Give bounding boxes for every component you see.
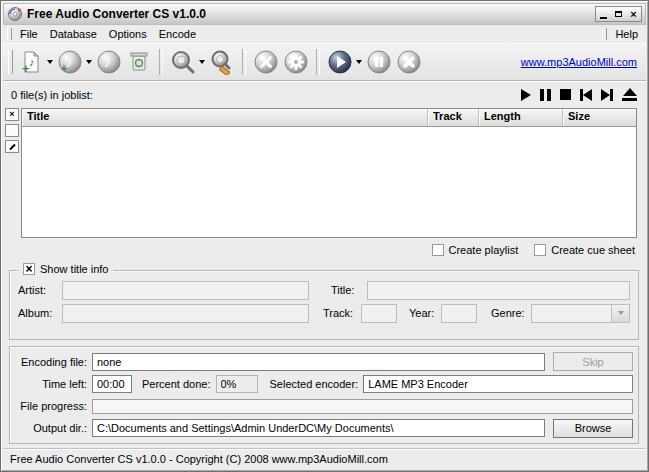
title-info-group: Show title info Artist: Title: Album: Tr… xyxy=(9,270,639,340)
file-progress-row: File progress: xyxy=(15,397,633,416)
track-label: Track: xyxy=(323,307,361,319)
previous-button[interactable] xyxy=(580,88,592,102)
close-button[interactable]: × xyxy=(626,7,641,21)
window-title: Free Audio Converter CS v1.0.0 xyxy=(27,7,206,21)
encoding-section: Encoding file: Skip Time left: Percent d… xyxy=(9,346,639,444)
pause-encoding-button[interactable] xyxy=(365,48,393,76)
uncheck-all-button[interactable] xyxy=(5,124,19,137)
cd-lookup-dropdown-icon[interactable] xyxy=(199,60,205,64)
cancel-icon xyxy=(396,49,422,75)
column-header-track[interactable]: Track xyxy=(428,109,479,126)
play-icon xyxy=(521,89,531,101)
menubar-gripper[interactable] xyxy=(7,28,12,40)
music-note-icon: ♪ xyxy=(96,49,122,75)
check-column: × xyxy=(5,108,19,238)
svg-text:+: + xyxy=(22,61,30,75)
time-left-field[interactable] xyxy=(92,375,132,393)
browse-button[interactable]: Browse xyxy=(553,419,633,438)
encoding-file-row: Encoding file: Skip xyxy=(15,352,633,371)
play-button[interactable] xyxy=(521,88,531,102)
settings-button[interactable] xyxy=(282,48,310,76)
file-progress-label: File progress: xyxy=(15,400,87,412)
app-icon xyxy=(7,6,23,22)
pause-button[interactable] xyxy=(540,88,551,102)
menu-encode[interactable]: Encode xyxy=(153,26,202,42)
start-encoding-button[interactable] xyxy=(326,48,363,76)
eject-icon xyxy=(623,88,637,96)
encoding-file-field[interactable] xyxy=(92,353,545,371)
column-header-title[interactable]: Title xyxy=(22,109,428,126)
status-bar: Free Audio Converter CS v1.0.0 - Copyrig… xyxy=(3,448,646,469)
skip-button[interactable]: Skip xyxy=(553,352,633,371)
add-folder-button[interactable]: ♪ + xyxy=(56,48,93,76)
titlebar[interactable]: Free Audio Converter CS v1.0.0 × xyxy=(3,3,646,25)
website-link[interactable]: www.mp3AudioMill.com xyxy=(521,56,637,68)
maximize-button[interactable] xyxy=(611,7,626,21)
output-dir-field[interactable] xyxy=(92,419,545,437)
stop-button[interactable] xyxy=(560,88,571,102)
show-title-info-checkbox[interactable] xyxy=(23,263,35,275)
cddb-edit-button[interactable] xyxy=(208,48,236,76)
close-icon: × xyxy=(630,9,636,19)
add-folder-dropdown-icon[interactable] xyxy=(86,60,92,64)
menubar-gripper-right[interactable] xyxy=(602,28,607,40)
start-encoding-dropdown-icon[interactable] xyxy=(356,60,362,64)
table-header: Title Track Length Size xyxy=(22,109,636,127)
pause-icon xyxy=(366,49,392,75)
show-title-info-label: Show title info xyxy=(40,263,108,275)
next-button[interactable] xyxy=(601,88,613,102)
toolbar-separator xyxy=(242,49,246,75)
minimize-icon xyxy=(600,17,607,19)
track-field xyxy=(361,304,397,323)
search-edit-icon xyxy=(209,49,235,75)
stop-encoding-button[interactable] xyxy=(395,48,423,76)
genre-combobox[interactable] xyxy=(531,304,630,323)
play-track-button[interactable]: ♪ xyxy=(95,48,123,76)
stop-icon xyxy=(560,89,571,100)
play-icon xyxy=(327,49,353,75)
joblist-count: 0 file(s) in joblist: xyxy=(11,89,93,101)
add-files-button[interactable]: ♪ + xyxy=(17,48,54,76)
column-header-length[interactable]: Length xyxy=(479,109,563,126)
selected-encoder-field[interactable] xyxy=(363,375,633,393)
clear-joblist-button[interactable] xyxy=(125,48,153,76)
create-cue-sheet-option: Create cue sheet xyxy=(534,244,635,256)
add-files-icon: ♪ + xyxy=(18,49,44,75)
toolbar-separator xyxy=(316,49,320,75)
percent-done-field xyxy=(216,375,258,393)
menu-file[interactable]: File xyxy=(14,26,44,42)
svg-text:♪: ♪ xyxy=(66,55,73,70)
eject-button[interactable] xyxy=(622,88,637,102)
menu-database[interactable]: Database xyxy=(44,26,103,42)
add-files-dropdown-icon[interactable] xyxy=(47,60,53,64)
joblist-area: × Title Track Length Size xyxy=(5,108,637,238)
create-cue-sheet-checkbox[interactable] xyxy=(534,244,546,256)
artist-label: Artist: xyxy=(18,284,62,296)
output-dir-row: Output dir.: Browse xyxy=(15,419,633,438)
encoding-file-label: Encoding file: xyxy=(15,356,87,368)
show-title-info-legend: Show title info xyxy=(18,263,113,275)
create-playlist-checkbox[interactable] xyxy=(432,244,444,256)
invert-check-button[interactable] xyxy=(5,140,19,153)
column-header-size[interactable]: Size xyxy=(563,109,636,126)
year-label: Year: xyxy=(409,307,441,319)
genre-dropdown-button[interactable] xyxy=(611,305,629,322)
check-all-button[interactable]: × xyxy=(5,108,19,121)
menu-options[interactable]: Options xyxy=(103,26,153,42)
svg-text:♪: ♪ xyxy=(29,56,35,68)
album-field xyxy=(62,304,309,323)
file-progress-bar xyxy=(92,399,633,414)
toolbar-gripper[interactable] xyxy=(8,50,13,74)
table-body[interactable] xyxy=(22,127,636,237)
menu-bar: File Database Options Encode Help xyxy=(3,25,646,43)
genre-label: Genre: xyxy=(491,307,531,319)
tools-button[interactable] xyxy=(252,48,280,76)
artist-field xyxy=(62,281,309,300)
menu-help[interactable]: Help xyxy=(609,26,644,42)
minimize-button[interactable] xyxy=(596,7,611,21)
title-info-row-2: Album: Track: Year: Genre: xyxy=(18,303,630,323)
next-icon xyxy=(601,89,610,101)
title-label: Title: xyxy=(331,284,367,296)
maximize-icon xyxy=(615,11,622,17)
cd-lookup-button[interactable] xyxy=(169,48,206,76)
